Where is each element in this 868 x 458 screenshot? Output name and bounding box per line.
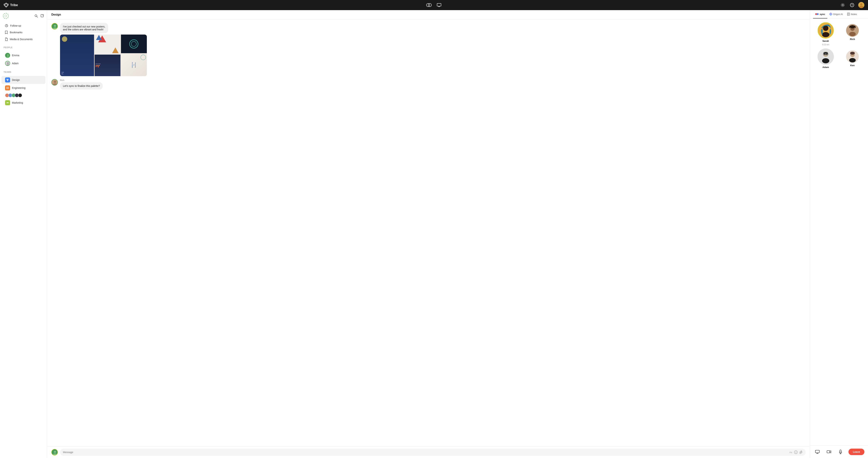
msg2-text: Let's sync to finalize this palette? — [63, 85, 100, 87]
screen-button[interactable] — [814, 448, 821, 455]
sidebar-item-marketing[interactable]: Marketing — [1, 99, 45, 107]
ken-name: Ken — [850, 64, 855, 67]
msg1-text2: and the colors are vibrant and fresh! — [63, 28, 103, 31]
screen-share-button[interactable] — [436, 2, 442, 8]
svg-rect-65 — [827, 451, 830, 453]
message-input[interactable] — [63, 451, 787, 454]
svg-rect-2 — [437, 3, 441, 6]
screen-share-icon — [437, 3, 441, 7]
message-row: Rich Let's sync to finalize this palette… — [51, 79, 806, 90]
compose-icon — [41, 14, 44, 18]
settings-icon — [841, 3, 845, 7]
sidebar-item-adam[interactable]: Adam — [1, 59, 45, 67]
member-card-ken: Ken — [840, 49, 865, 68]
nav-center-icons — [426, 2, 442, 8]
logo-area: Tribe — [4, 3, 839, 8]
tab-notes[interactable]: Notes — [845, 10, 859, 19]
tribe-logo-icon — [4, 3, 9, 8]
svg-rect-24 — [8, 87, 9, 88]
notes-icon — [847, 13, 850, 16]
people-section-label: PEOPLE — [0, 45, 47, 49]
emma-avatar — [5, 53, 10, 58]
sidebar-item-engineering[interactable]: Engineering — [1, 84, 45, 92]
tab-origon-label: Origon AI — [833, 13, 843, 16]
sidebar-item-group[interactable] — [1, 92, 45, 99]
document-icon — [5, 38, 8, 41]
svg-point-40 — [795, 452, 796, 452]
svg-rect-23 — [6, 87, 7, 88]
sidebar-header-icons — [35, 14, 44, 18]
chat-input-area: Aa — [47, 446, 810, 458]
svg-rect-64 — [815, 450, 819, 453]
message-content-2: Rich Let's sync to finalize this palette… — [60, 79, 806, 90]
engineering-team-icon — [5, 85, 10, 90]
svg-point-39 — [794, 451, 798, 454]
bottom-controls: Leave — [810, 446, 868, 458]
emoji-button[interactable] — [794, 450, 798, 454]
message-input-wrap[interactable]: Aa — [60, 449, 806, 456]
sidebar-item-bookmarks[interactable]: Bookmarks — [1, 29, 45, 36]
teams-section-label: TEAMS — [0, 69, 47, 74]
attachment-button[interactable] — [800, 450, 803, 454]
user-avatar[interactable] — [858, 2, 864, 8]
engineering-team-label: Engineering — [12, 87, 26, 89]
svg-line-11 — [37, 17, 38, 18]
help-button[interactable]: ? — [849, 2, 855, 8]
svg-point-31 — [54, 25, 56, 27]
search-icon — [35, 14, 38, 18]
input-icons: Aa — [789, 450, 803, 454]
adam-photo — [817, 49, 834, 65]
media-label: Media & Documents — [10, 38, 33, 41]
member-card-rich: Rich — [840, 22, 865, 45]
video-button[interactable] — [825, 448, 833, 455]
linked-circles-button[interactable] — [426, 2, 432, 8]
people-section: Emma Adam — [0, 49, 47, 69]
design-team-label: Design — [12, 79, 20, 82]
sidebar-item-followup[interactable]: Follow-up — [1, 23, 45, 29]
message-content-1: I've just checked out our new posters, a… — [60, 23, 806, 76]
svg-point-63 — [850, 52, 855, 55]
chat-area: Design I've just checked out our new pos… — [47, 10, 810, 458]
svg-point-7 — [860, 3, 862, 5]
bookmark-icon — [5, 31, 8, 34]
tab-sync[interactable]: sync — [813, 10, 827, 19]
settings-button[interactable] — [839, 2, 846, 8]
sidebar-menu-section: Follow-up Bookmarks Media & Documents — [0, 20, 47, 45]
svg-point-4 — [841, 3, 844, 7]
search-button[interactable] — [35, 14, 38, 18]
format-hint: Aa — [789, 451, 792, 454]
sidebar-item-media[interactable]: Media & Documents — [1, 36, 45, 43]
mic-button[interactable] — [837, 448, 844, 455]
sidebar: Follow-up Bookmarks Media & Documents PE… — [0, 10, 47, 458]
leave-button[interactable]: Leave — [848, 449, 864, 455]
sarah-msg-avatar — [51, 23, 58, 29]
clock-icon — [5, 24, 8, 27]
sarah-photo — [817, 22, 834, 38]
svg-point-37 — [54, 451, 56, 453]
sidebar-logo — [3, 13, 9, 19]
compose-button[interactable] — [41, 14, 44, 18]
design-team-icon — [5, 78, 10, 83]
tab-origon[interactable]: Origon AI — [827, 10, 845, 19]
rich-msg-avatar — [51, 79, 58, 86]
linked-circles-icon — [426, 3, 432, 7]
sidebar-item-emma[interactable]: Emma — [1, 51, 45, 59]
attachment-icon — [800, 450, 803, 454]
sync-icon — [815, 13, 818, 15]
sidebar-item-design[interactable]: Design — [1, 76, 45, 84]
channel-name: Design — [51, 13, 61, 16]
bookmarks-label: Bookmarks — [10, 31, 23, 34]
message-bubble-1: I've just checked out our new posters, a… — [60, 23, 108, 33]
svg-point-8 — [859, 6, 864, 8]
emoji-icon — [794, 450, 798, 454]
svg-rect-12 — [41, 14, 43, 17]
poster-image: CallWi... — [60, 35, 147, 76]
svg-rect-66 — [840, 450, 841, 452]
nav-right: ? — [839, 2, 864, 8]
top-nav: Tribe ? — [0, 0, 868, 10]
screen-icon — [815, 450, 819, 454]
svg-point-17 — [6, 56, 9, 58]
teams-section: Design Engineering — [0, 74, 47, 109]
member-card-adam: Adam — [813, 49, 838, 68]
svg-point-62 — [849, 58, 856, 62]
